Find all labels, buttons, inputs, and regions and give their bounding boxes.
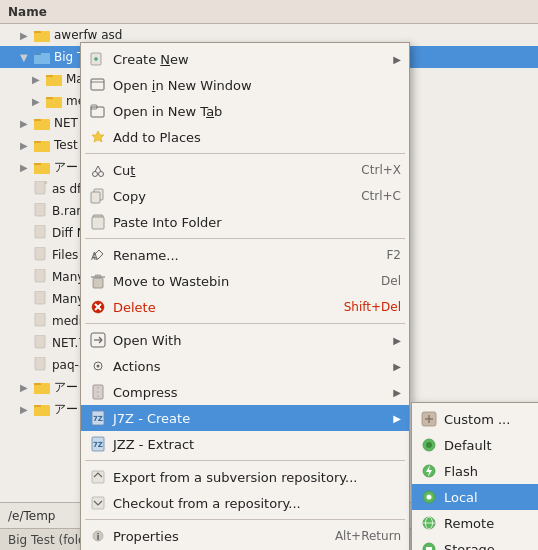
paste-label: Paste Into Folder	[113, 215, 401, 230]
menu-item-properties[interactable]: i Properties Alt+Return	[81, 523, 409, 549]
menu-item-copy[interactable]: Copy Ctrl+C	[81, 183, 409, 209]
svg-rect-14	[34, 121, 50, 130]
props-icon: i	[89, 527, 107, 545]
separator-1	[85, 153, 405, 154]
submenu-item-flash[interactable]: Flash	[412, 458, 538, 484]
svg-rect-51	[91, 192, 100, 203]
j7z-submenu-arrow: ▶	[393, 413, 401, 424]
submenu-item-custom[interactable]: Custom ...	[412, 406, 538, 432]
svg-rect-20	[34, 165, 50, 174]
default-label: Default	[444, 438, 538, 453]
actions-icon	[89, 357, 107, 375]
menu-item-checkout[interactable]: Checkout from a repository...	[81, 490, 409, 516]
remote-icon	[420, 514, 438, 532]
svg-text:i: i	[97, 532, 100, 542]
path-text: /e/Temp	[8, 509, 55, 523]
svg-rect-5	[34, 55, 50, 64]
folder-icon	[34, 28, 50, 42]
expand-arrow: ▶	[20, 140, 30, 151]
menu-item-open-with[interactable]: Open With ▶	[81, 327, 409, 353]
svg-rect-31	[35, 357, 45, 370]
open-window-label: Open in New Window	[113, 78, 401, 93]
svg-rect-24	[35, 203, 45, 216]
default-icon	[420, 436, 438, 454]
menu-item-add-places[interactable]: Add to Places	[81, 124, 409, 150]
delete-shortcut: Shift+Del	[344, 300, 401, 314]
item-label: Test	[54, 138, 78, 152]
open-tab-label: Open in New Tab	[113, 104, 401, 119]
submenu-item-default[interactable]: Default	[412, 432, 538, 458]
paste-icon	[89, 213, 107, 231]
file-icon	[34, 181, 48, 197]
svg-rect-88	[92, 497, 104, 509]
menu-item-delete[interactable]: Delete Shift+Del	[81, 294, 409, 320]
menu-item-create-new[interactable]: Create New ▶	[81, 46, 409, 72]
expand-arrow: ▶	[20, 118, 30, 129]
submenu-item-local[interactable]: Local	[412, 484, 538, 510]
menu-item-rename[interactable]: A Rename... F2	[81, 242, 409, 268]
folder-icon	[34, 50, 50, 64]
svg-line-49	[98, 166, 101, 172]
properties-shortcut: Alt+Return	[335, 529, 401, 543]
folder-icon	[34, 160, 50, 174]
window-icon	[89, 76, 107, 94]
svg-rect-2	[34, 33, 50, 42]
submenu-arrow: ▶	[393, 335, 401, 346]
menu-item-actions[interactable]: Actions ▶	[81, 353, 409, 379]
svg-rect-57	[95, 275, 101, 277]
expand-arrow: ▶	[32, 96, 42, 107]
svg-rect-29	[35, 313, 45, 326]
folder-icon	[34, 138, 50, 152]
item-label: アー	[54, 401, 78, 418]
file-icon	[34, 313, 48, 329]
expand-arrow: ▶	[20, 162, 30, 173]
file-icon	[34, 247, 48, 263]
svg-rect-27	[35, 269, 45, 282]
folder-icon	[46, 72, 62, 86]
expand-arrow: ▶	[20, 30, 30, 41]
menu-item-move-wastebin[interactable]: Move to Wastebin Del	[81, 268, 409, 294]
openwith-icon	[89, 331, 107, 349]
menu-item-export-svn[interactable]: Export from a subversion repository...	[81, 464, 409, 490]
menu-item-cut[interactable]: Cut Ctrl+X	[81, 157, 409, 183]
svg-point-47	[99, 172, 104, 177]
create-icon	[89, 50, 107, 68]
item-label: NET	[54, 116, 78, 130]
svg-rect-25	[35, 225, 45, 238]
submenu-item-remote[interactable]: Remote	[412, 510, 538, 536]
submenu-item-storage[interactable]: Storage	[412, 536, 538, 550]
svg-rect-26	[35, 247, 45, 260]
menu-item-open-new-tab[interactable]: Open in New Tab	[81, 98, 409, 124]
expand-arrow: ▼	[20, 52, 30, 63]
menu-item-paste-into-folder[interactable]: Paste Into Folder	[81, 209, 409, 235]
svn-icon	[89, 468, 107, 486]
local-icon	[420, 488, 438, 506]
status-text: Big Test (folo	[8, 533, 85, 547]
trash-icon	[89, 272, 107, 290]
menu-item-open-new-window[interactable]: Open in New Window	[81, 72, 409, 98]
svg-rect-53	[92, 217, 104, 229]
svg-rect-8	[46, 77, 62, 86]
menu-item-jzz-extract[interactable]: 7Z JZZ - Extract	[81, 431, 409, 457]
file-icon	[34, 203, 48, 219]
delete-label: Delete	[113, 300, 338, 315]
context-menu: Create New ▶ Open in New Window Open in …	[80, 42, 410, 550]
file-icon	[34, 357, 48, 373]
menu-item-j7z-create[interactable]: 7Z J7Z - Create ▶ Custom ... Default	[81, 405, 409, 431]
submenu-arrow: ▶	[393, 54, 401, 65]
flash-icon	[420, 462, 438, 480]
j7z-extract-icon: 7Z	[89, 435, 107, 453]
separator-2	[85, 238, 405, 239]
file-icon	[34, 291, 48, 307]
rename-shortcut: F2	[386, 248, 401, 262]
openwith-label: Open With	[113, 333, 387, 348]
svg-rect-37	[34, 407, 50, 416]
item-label: as df	[52, 182, 81, 196]
submenu-arrow: ▶	[393, 361, 401, 372]
cut-icon	[89, 161, 107, 179]
separator-3	[85, 323, 405, 324]
menu-item-compress[interactable]: Compress ▶	[81, 379, 409, 405]
j7z-create-label: J7Z - Create	[113, 411, 387, 426]
add-places-label: Add to Places	[113, 130, 401, 145]
actions-label: Actions	[113, 359, 387, 374]
